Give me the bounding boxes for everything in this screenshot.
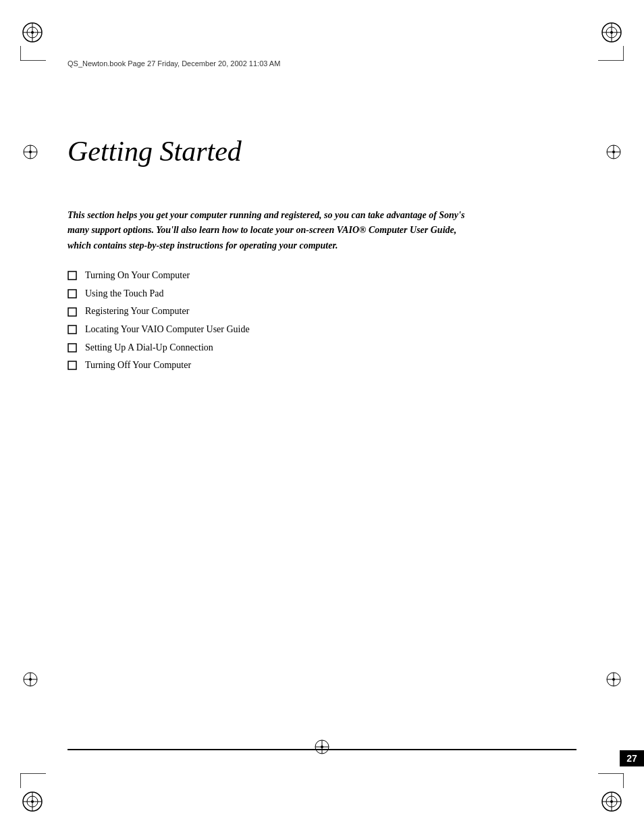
page: QS_Newton.book Page 27 Friday, December …	[0, 0, 644, 834]
page-number: 27	[620, 750, 644, 766]
toc-item: Using the Touch Pad	[68, 285, 576, 303]
svg-rect-49	[68, 290, 76, 298]
svg-rect-53	[68, 361, 76, 369]
bottom-rule	[68, 749, 576, 750]
checkbox-icon	[68, 307, 77, 317]
checkbox-icon	[68, 361, 77, 370]
checkbox-icon	[68, 325, 77, 334]
side-mark-left-bottom	[20, 669, 41, 692]
side-mark-right-top	[603, 142, 624, 165]
side-mark-left-top	[20, 142, 41, 165]
toc-item-label: Using the Touch Pad	[85, 285, 164, 303]
toc-item-label: Turning On Your Computer	[85, 267, 190, 285]
toc-item-label: Setting Up A Dial-Up Connection	[85, 339, 213, 357]
side-mark-right-bottom	[603, 669, 624, 692]
svg-rect-50	[68, 308, 76, 316]
toc-item: Registering Your Computer	[68, 303, 576, 321]
svg-rect-48	[68, 271, 76, 280]
toc-item: Setting Up A Dial-Up Connection	[68, 339, 576, 357]
toc-item: Turning Off Your Computer	[68, 357, 576, 375]
page-title: Getting Started	[68, 135, 576, 167]
toc-item: Turning On Your Computer	[68, 267, 576, 285]
toc-item: Locating Your VAIO Computer User Guide	[68, 321, 576, 339]
toc-item-label: Turning Off Your Computer	[85, 357, 191, 375]
svg-rect-52	[68, 344, 76, 352]
toc-item-label: Locating Your VAIO Computer User Guide	[85, 321, 250, 339]
checkbox-icon	[68, 289, 77, 298]
toc-item-label: Registering Your Computer	[85, 303, 189, 321]
checkbox-icon	[68, 271, 77, 280]
svg-rect-51	[68, 325, 76, 334]
checkbox-icon	[68, 343, 77, 353]
toc-list: Turning On Your ComputerUsing the Touch …	[68, 267, 576, 375]
corner-mark-tr	[583, 20, 624, 61]
content-area: Getting Started This section helps you g…	[68, 81, 576, 753]
intro-paragraph: This section helps you get your computer…	[68, 208, 473, 253]
corner-mark-br	[583, 773, 624, 814]
corner-mark-bl	[20, 773, 61, 814]
file-info: QS_Newton.book Page 27 Friday, December …	[68, 59, 280, 68]
corner-mark-tl	[20, 20, 61, 61]
